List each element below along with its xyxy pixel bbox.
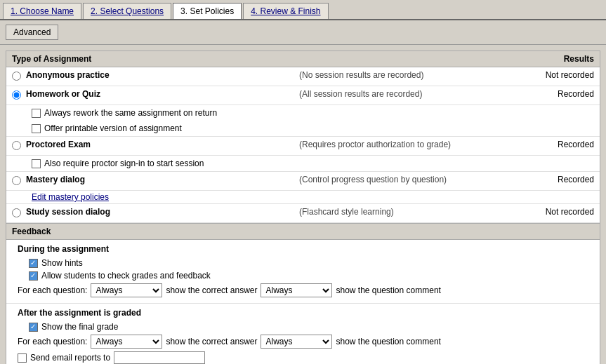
- after-comment-select[interactable]: Always Never After due date: [261, 335, 332, 349]
- row-proctored: Proctored Exam (Requires proctor authori…: [6, 137, 600, 156]
- homework-result: Recorded: [524, 89, 594, 99]
- radio-homework-col: [12, 89, 26, 102]
- proctored-desc: (Requires proctor authorization to grade…: [299, 140, 524, 149]
- show-hints-label: Show hints: [41, 258, 83, 268]
- anonymous-desc: (No session results are recorded): [299, 70, 524, 80]
- show-final-label: Show the final grade: [41, 322, 118, 332]
- type-anonymous: Anonymous practice: [26, 70, 299, 80]
- row-mastery: Mastery dialog (Control progress questio…: [6, 172, 600, 191]
- main-content: Type of Assignment Results Anonymous pra…: [6, 50, 600, 364]
- checkbox-send-email[interactable]: [18, 353, 27, 363]
- study-desc: (Flashcard style learning): [299, 207, 524, 217]
- send-email-label: Send email reports to: [30, 353, 110, 363]
- radio-proctored[interactable]: [12, 141, 21, 150]
- type-homework: Homework or Quiz: [26, 89, 299, 99]
- sub-row-proctor-signin: Also require proctor sign-in to start se…: [6, 156, 600, 172]
- tab-review-finish[interactable]: 4. Review & Finish: [243, 3, 328, 19]
- option-rework: Always rework the same assignment on ret…: [32, 107, 217, 119]
- after-show-comment-label: show the question comment: [336, 337, 440, 346]
- after-for-each-label: For each question:: [18, 337, 87, 346]
- checkbox-allow-check[interactable]: [29, 271, 38, 281]
- radio-study-col: [12, 207, 26, 220]
- feedback-after-section: After the assignment is graded Show the …: [6, 303, 600, 364]
- edit-mastery-link[interactable]: Edit mastery policies: [32, 192, 109, 202]
- option-printable: Offer printable version of assignment: [32, 122, 182, 135]
- send-email-input[interactable]: [114, 351, 205, 364]
- radio-anonymous-col: [12, 70, 26, 83]
- tab-set-policies[interactable]: 3. Set Policies: [173, 3, 242, 19]
- anonymous-name: Anonymous practice: [26, 70, 110, 80]
- during-for-each-label: For each question:: [18, 285, 87, 295]
- row-proctored-group: Proctored Exam (Requires proctor authori…: [6, 137, 600, 172]
- during-correct-select[interactable]: Always Never After due date: [91, 283, 162, 297]
- sub-row-rework: Always rework the same assignment on ret…: [6, 105, 600, 121]
- col-results-header: Results: [524, 54, 594, 64]
- checkbox-show-hints[interactable]: [29, 259, 38, 268]
- after-show-correct-label: show the correct answer: [166, 337, 257, 346]
- after-per-question-row: For each question: Always Never After du…: [12, 333, 594, 350]
- row-study: Study session dialog (Flashcard style le…: [6, 204, 600, 223]
- proctor-signin-label: Also require proctor sign-in to start se…: [44, 159, 204, 168]
- show-hints-row: Show hints: [12, 257, 594, 269]
- checkbox-proctor-signin[interactable]: [32, 159, 41, 168]
- homework-desc: (All session results are recorded): [299, 89, 524, 99]
- feedback-during-section: During the assignment Show hints Allow s…: [6, 240, 600, 303]
- feedback-label: Feedback: [12, 227, 51, 236]
- type-mastery: Mastery dialog: [26, 175, 299, 184]
- toolbar: Advanced: [0, 20, 606, 45]
- col-type-header: Type of Assignment: [12, 54, 524, 64]
- mastery-name: Mastery dialog: [26, 175, 85, 184]
- mastery-desc: (Control progress question by question): [299, 175, 524, 184]
- after-header: After the assignment is graded: [18, 308, 594, 318]
- radio-mastery-col: [12, 175, 26, 187]
- allow-check-label: Allow students to check grades and feedb…: [41, 271, 211, 281]
- radio-homework[interactable]: [12, 90, 21, 100]
- row-anonymous: Anonymous practice (No session results a…: [6, 67, 600, 86]
- radio-mastery[interactable]: [12, 176, 21, 185]
- feedback-header: Feedback: [6, 223, 600, 240]
- sub-row-mastery-edit: Edit mastery policies: [6, 191, 600, 204]
- during-show-correct-label: show the correct answer: [166, 285, 257, 295]
- study-result: Not recorded: [524, 207, 594, 217]
- advanced-button[interactable]: Advanced: [6, 25, 58, 40]
- anonymous-result: Not recorded: [524, 70, 594, 80]
- after-correct-select[interactable]: Always Never After due date: [91, 335, 162, 349]
- during-per-question-row: For each question: Always Never After du…: [12, 282, 594, 299]
- printable-label: Offer printable version of assignment: [44, 123, 182, 133]
- during-header: During the assignment: [18, 244, 594, 254]
- row-homework: Homework or Quiz (All session results ar…: [6, 86, 600, 105]
- show-final-row: Show the final grade: [12, 321, 594, 333]
- proctored-result: Recorded: [524, 140, 594, 149]
- row-mastery-group: Mastery dialog (Control progress questio…: [6, 172, 600, 204]
- option-proctor-signin: Also require proctor sign-in to start se…: [32, 157, 204, 170]
- send-email-row: Send email reports to: [12, 350, 594, 364]
- row-homework-group: Homework or Quiz (All session results ar…: [6, 86, 600, 137]
- checkbox-printable[interactable]: [32, 124, 41, 133]
- allow-check-row: Allow students to check grades and feedb…: [12, 269, 594, 282]
- rework-label: Always rework the same assignment on ret…: [44, 108, 217, 118]
- table-header: Type of Assignment Results: [6, 51, 600, 67]
- sub-row-printable: Offer printable version of assignment: [6, 121, 600, 137]
- radio-study[interactable]: [12, 208, 21, 217]
- tab-choose-name[interactable]: 1. Choose Name: [3, 3, 81, 19]
- during-show-comment-label: show the question comment: [336, 285, 440, 295]
- radio-anonymous[interactable]: [12, 72, 21, 81]
- checkbox-rework[interactable]: [32, 109, 41, 118]
- homework-name: Homework or Quiz: [26, 89, 100, 99]
- radio-proctored-col: [12, 140, 26, 152]
- type-proctored: Proctored Exam: [26, 140, 299, 149]
- mastery-result: Recorded: [524, 175, 594, 184]
- type-study: Study session dialog: [26, 207, 299, 217]
- proctored-name: Proctored Exam: [26, 140, 91, 149]
- tab-select-questions[interactable]: 2. Select Questions: [83, 3, 171, 19]
- tabs-bar: 1. Choose Name 2. Select Questions 3. Se…: [0, 0, 606, 20]
- checkbox-show-final[interactable]: [29, 323, 38, 332]
- during-comment-select[interactable]: Always Never After due date: [261, 283, 332, 297]
- study-name: Study session dialog: [26, 207, 110, 217]
